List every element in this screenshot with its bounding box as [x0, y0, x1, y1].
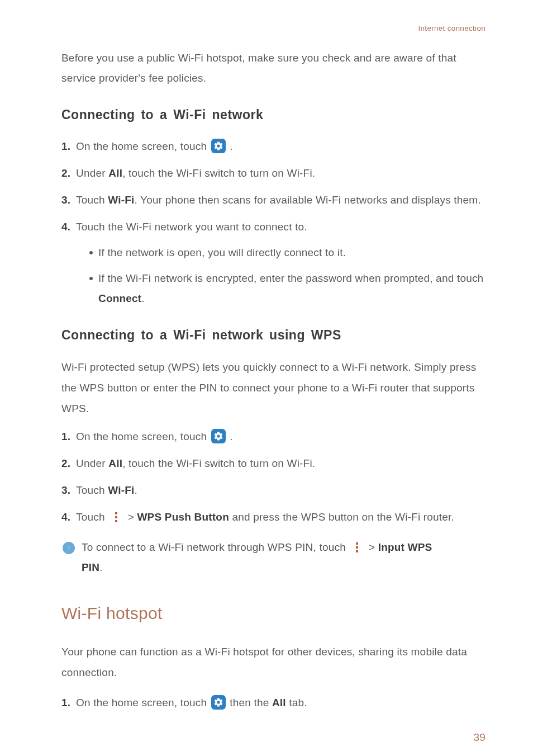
step-text: and press the WPS button on the Wi-Fi ro… — [229, 511, 454, 523]
intro-paragraph: Before you use a public Wi-Fi hotspot, m… — [61, 48, 486, 88]
step-text: > — [128, 511, 137, 523]
note-inline: To connect to a Wi-Fi network through WP… — [82, 541, 349, 553]
step-text: On the home screen, touch — [76, 431, 210, 442]
bullet-text: If the Wi-Fi network is encrypted, enter… — [98, 268, 486, 309]
more-icon — [111, 512, 121, 523]
step-row: 1. On the home screen, touch . — [61, 427, 486, 447]
step-number: 3. — [61, 190, 75, 210]
step-text: Under — [76, 457, 108, 469]
step-body: Touch Wi-Fi. Your phone then scans for a… — [75, 190, 486, 210]
bold-all: All — [108, 457, 122, 469]
bold-wps-push: WPS Push Button — [137, 511, 229, 523]
bold-input-wps: Input WPS — [378, 541, 432, 553]
settings-icon — [211, 139, 226, 153]
step-text: . — [230, 431, 232, 442]
settings-icon — [211, 695, 226, 710]
step-row: 4. Touch the Wi-Fi network you want to c… — [61, 217, 486, 313]
page-number: 39 — [61, 727, 486, 748]
step-body: Under All, touch the Wi-Fi switch to tur… — [75, 163, 486, 183]
step-number: 4. — [61, 217, 75, 313]
step-text: tab. — [286, 697, 307, 708]
step-number: 1. — [61, 427, 75, 447]
step-text: On the home screen, touch — [76, 140, 210, 152]
bullet-text: If the network is open, you will directl… — [98, 243, 486, 263]
note-inline: > — [369, 541, 378, 553]
bullet-item: If the Wi-Fi network is encrypted, enter… — [76, 268, 486, 309]
step-row: 2. Under All, touch the Wi-Fi switch to … — [61, 453, 486, 474]
more-icon — [352, 542, 362, 553]
note-inline: . — [99, 561, 102, 573]
step-row: 3. Touch Wi-Fi. — [61, 480, 486, 500]
step-number: 2. — [61, 163, 75, 183]
bold-connect: Connect — [98, 292, 141, 304]
step-text: , touch the Wi-Fi switch to turn on Wi-F… — [122, 167, 315, 179]
step-body: On the home screen, touch . — [75, 427, 486, 447]
step-text: Touch — [76, 484, 108, 496]
bullet-icon — [89, 251, 93, 254]
step-body: On the home screen, touch . — [75, 136, 486, 157]
bold-wifi: Wi-Fi — [108, 194, 134, 206]
step-row: 3. Touch Wi-Fi. Your phone then scans fo… — [61, 190, 486, 210]
step-body: On the home screen, touch then the All t… — [75, 693, 486, 713]
info-icon — [63, 542, 75, 554]
step-text: then the — [230, 697, 272, 708]
step-number: 1. — [61, 136, 75, 157]
step-body: Touch > WPS Push Button and press the WP… — [75, 507, 486, 527]
bold-pin: PIN — [82, 561, 99, 573]
step-text: On the home screen, touch — [76, 697, 210, 708]
settings-icon — [211, 429, 226, 443]
bullet-inline: . — [141, 292, 144, 304]
step-row: 4. Touch > WPS Push Button and press the… — [61, 507, 486, 527]
step-text: . Your phone then scans for available Wi… — [134, 194, 480, 206]
step-text: Touch — [76, 511, 108, 523]
step-text: . — [230, 140, 232, 152]
wps-intro: Wi-Fi protected setup (WPS) lets you qui… — [61, 357, 486, 419]
step-number: 2. — [61, 453, 75, 474]
step-number: 3. — [61, 480, 75, 500]
step-row: 1. On the home screen, touch . — [61, 136, 486, 157]
step-body: Touch the Wi-Fi network you want to conn… — [75, 217, 486, 313]
step-text: Touch — [76, 194, 108, 206]
hotspot-intro: Your phone can function as a Wi-Fi hotsp… — [61, 641, 486, 683]
bullet-inline: If the Wi-Fi network is encrypted, enter… — [98, 272, 483, 284]
bullet-item: If the network is open, you will directl… — [76, 243, 486, 263]
step-body: Touch Wi-Fi. — [75, 480, 486, 500]
step-text: Under — [76, 167, 108, 179]
note-text: To connect to a Wi-Fi network through WP… — [82, 537, 486, 578]
step-text: Touch the Wi-Fi network you want to conn… — [76, 217, 486, 237]
note-row: To connect to a Wi-Fi network through WP… — [61, 537, 486, 578]
header-breadcrumb: Internet connection — [61, 21, 486, 36]
bullet-icon — [89, 277, 93, 280]
step-text: . — [134, 484, 137, 496]
bold-wifi: Wi-Fi — [108, 484, 134, 496]
heading-hotspot: Wi-Fi hotspot — [61, 597, 486, 629]
step-body: Under All, touch the Wi-Fi switch to tur… — [75, 453, 486, 474]
step-number: 1. — [61, 693, 75, 713]
step-number: 4. — [61, 507, 75, 527]
heading-wps: Connecting to a Wi-Fi network using WPS — [61, 323, 486, 348]
step-text: , touch the Wi-Fi switch to turn on Wi-F… — [122, 457, 315, 469]
bold-all: All — [272, 697, 286, 708]
bold-all: All — [108, 167, 122, 179]
step-row: 2. Under All, touch the Wi-Fi switch to … — [61, 163, 486, 183]
step-row: 1. On the home screen, touch then the Al… — [61, 693, 486, 713]
heading-connecting-wifi: Connecting to a Wi-Fi network — [61, 103, 486, 127]
